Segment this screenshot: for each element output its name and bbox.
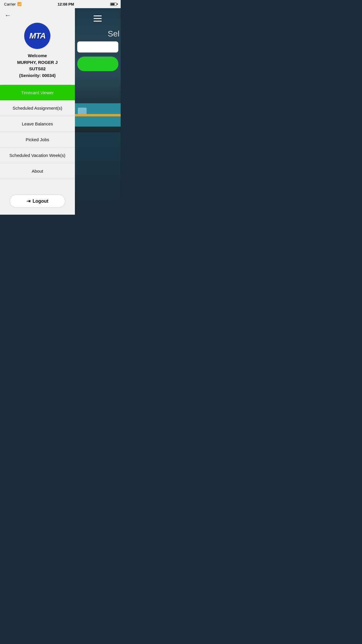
- back-button[interactable]: ←: [5, 12, 11, 19]
- carrier-text: Carrier: [4, 2, 16, 6]
- user-department: SUTS02: [17, 66, 58, 72]
- welcome-text: Welcome MURPHY, ROGER J SUTS02 (Seniorit…: [17, 52, 58, 79]
- logout-icon: ⇥: [27, 198, 30, 204]
- mta-logo: MTA: [24, 23, 50, 49]
- menu-item-picked-jobs[interactable]: Picked Jobs: [0, 132, 75, 148]
- white-box-area: [77, 41, 119, 52]
- status-bar: Carrier 📶 12:08 PM: [0, 0, 121, 8]
- menu-list: Timecard Viewer Scheduled Assignment(s) …: [0, 85, 75, 189]
- bus-visual: [75, 74, 121, 132]
- hamburger-area: [75, 11, 121, 26]
- logout-label: Logout: [33, 199, 48, 204]
- green-btn-area: [77, 57, 119, 71]
- user-name: MURPHY, ROGER J: [17, 59, 58, 66]
- menu-item-about[interactable]: About: [0, 163, 75, 179]
- main-container: ← MTA Welcome MURPHY, ROGER J SUTS02 (Se…: [0, 8, 121, 215]
- hamburger-icon[interactable]: [94, 15, 102, 22]
- status-right: [110, 3, 117, 6]
- logout-button[interactable]: ⇥ Logout: [10, 195, 65, 208]
- white-box: [77, 41, 119, 52]
- mta-logo-text: MTA: [29, 32, 46, 40]
- status-left: Carrier 📶: [4, 2, 22, 6]
- menu-item-leave-balances[interactable]: Leave Balances: [0, 116, 75, 132]
- logout-section: ⇥ Logout: [0, 189, 75, 215]
- green-button[interactable]: [77, 57, 119, 71]
- top-nav: ←: [0, 8, 75, 21]
- user-seniority: (Seniority: 00034): [17, 72, 58, 79]
- menu-item-scheduled-vacation[interactable]: Scheduled Vacation Week(s): [0, 148, 75, 163]
- profile-section: MTA Welcome MURPHY, ROGER J SUTS02 (Seni…: [0, 21, 75, 83]
- background-panel: Sel: [75, 8, 121, 215]
- sel-text: Sel: [108, 29, 121, 38]
- menu-item-timecard-viewer[interactable]: Timecard Viewer: [0, 85, 75, 100]
- svg-rect-1: [94, 18, 102, 19]
- menu-item-scheduled-assignments[interactable]: Scheduled Assignment(s): [0, 100, 75, 116]
- svg-rect-0: [94, 15, 102, 16]
- battery-icon: [110, 3, 117, 6]
- sidebar: ← MTA Welcome MURPHY, ROGER J SUTS02 (Se…: [0, 8, 75, 215]
- welcome-label: Welcome: [17, 52, 58, 59]
- wifi-icon: 📶: [17, 2, 22, 6]
- status-time: 12:08 PM: [58, 2, 74, 6]
- svg-rect-2: [94, 21, 102, 22]
- bus-stripe: [75, 114, 121, 116]
